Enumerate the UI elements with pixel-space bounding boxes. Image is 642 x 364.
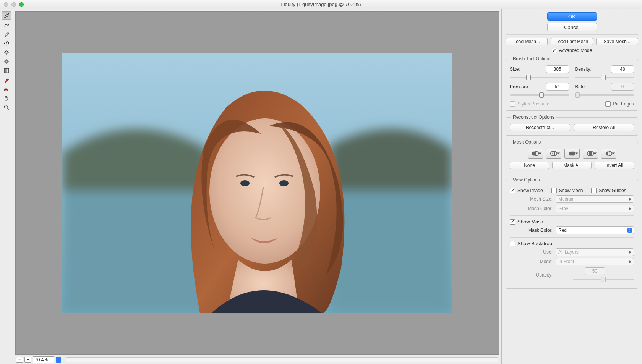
show-backdrop-checkbox[interactable] (510, 241, 515, 246)
show-image-checkbox[interactable] (510, 188, 515, 193)
svg-rect-3 (5, 88, 6, 90)
mask-replace-icon[interactable] (528, 149, 543, 159)
mask-color-label: Mask Color: (510, 228, 553, 233)
load-last-mesh-button[interactable]: Load Last Mesh (551, 38, 593, 45)
rate-slider (575, 92, 634, 98)
thaw-mask-tool[interactable] (2, 85, 11, 93)
mesh-size-select: Medium (556, 195, 634, 203)
window-title: Liquify (LiquifyImage.jpeg @ 70.4%) (0, 2, 642, 7)
mask-intersect-icon[interactable] (583, 149, 598, 159)
show-image-label: Show Image (517, 188, 543, 193)
size-label: Size: (510, 66, 520, 72)
svg-point-0 (5, 61, 7, 63)
divider (506, 34, 638, 35)
brush-tool-options-group: Brush Tool Options Size: Density: Pressu… (506, 56, 638, 111)
load-mesh-button[interactable]: Load Mesh... (506, 38, 548, 45)
rate-label: Rate: (575, 84, 586, 89)
show-mask-checkbox[interactable] (510, 219, 515, 225)
show-mask-label: Show Mask (517, 219, 543, 225)
options-panel: OK Cancel Load Mesh... Load Last Mesh Sa… (501, 9, 642, 364)
mask-subtract-icon[interactable] (564, 149, 580, 159)
zoom-window-icon[interactable] (19, 2, 24, 7)
show-mesh-label: Show Mesh (559, 188, 583, 193)
save-mesh-button[interactable]: Save Mesh... (596, 38, 638, 45)
mask-legend: Mask Options (511, 139, 542, 145)
minimize-window-icon[interactable] (11, 2, 16, 7)
stylus-pressure-checkbox (510, 101, 515, 107)
zoom-in-button[interactable]: + (24, 357, 31, 363)
bloat-tool[interactable] (2, 57, 11, 66)
close-window-icon[interactable] (4, 2, 8, 7)
show-guides-label: Show Guides (599, 188, 626, 193)
reconstruct-legend: Reconstruct Options (511, 115, 556, 120)
stylus-pressure-label: Stylus Pressure (517, 101, 550, 107)
svg-point-4 (4, 105, 7, 108)
mode-label: Mode: (510, 259, 553, 264)
show-mesh-checkbox[interactable] (551, 188, 557, 193)
pressure-slider[interactable] (510, 92, 569, 98)
window-titlebar: Liquify (LiquifyImage.jpeg @ 70.4%) (0, 0, 642, 9)
mask-invert-icon[interactable] (601, 149, 616, 159)
hand-tool[interactable] (2, 94, 11, 102)
zoom-stepper-icon[interactable] (56, 357, 61, 363)
zoom-tool[interactable] (2, 103, 11, 112)
density-input[interactable] (611, 65, 634, 73)
zoom-level-field[interactable]: 70.4% (33, 356, 54, 363)
twirl-tool[interactable] (2, 39, 11, 47)
forward-warp-tool[interactable] (2, 11, 11, 20)
canvas-area[interactable] (15, 11, 499, 355)
restore-all-button[interactable]: Restore All (574, 124, 634, 131)
reconstruct-options-group: Reconstruct Options Reconstruct... Resto… (506, 115, 638, 136)
invert-all-button[interactable]: Invert All (595, 162, 634, 169)
svg-point-8 (240, 180, 250, 186)
show-guides-checkbox[interactable] (591, 188, 597, 193)
mask-color-select[interactable]: Red (556, 226, 634, 234)
cancel-button[interactable]: Cancel (547, 23, 597, 31)
opacity-label: Opacity: (510, 272, 553, 278)
pressure-label: Pressure: (510, 84, 529, 89)
ok-button[interactable]: OK (547, 12, 597, 21)
horizontal-scrollbar[interactable] (66, 357, 498, 362)
window-controls (4, 2, 24, 7)
density-slider[interactable] (575, 74, 634, 81)
smooth-tool[interactable] (2, 30, 11, 38)
mask-all-button[interactable]: Mask All (552, 162, 592, 169)
size-slider[interactable] (510, 74, 569, 81)
show-backdrop-label: Show Backdrop (517, 241, 552, 246)
rate-input (611, 83, 634, 91)
pin-edges-checkbox[interactable] (605, 101, 611, 107)
svg-point-15 (571, 152, 575, 156)
mode-select: In Front (556, 258, 634, 265)
zoom-out-button[interactable]: − (16, 357, 23, 363)
mask-add-icon[interactable] (546, 149, 561, 159)
divider (510, 215, 634, 216)
pin-edges-label: Pin Edges (613, 101, 634, 107)
svg-point-9 (279, 180, 289, 186)
pucker-tool[interactable] (2, 48, 11, 57)
pressure-input[interactable] (546, 83, 569, 91)
freeze-mask-tool[interactable] (2, 76, 11, 84)
reconstruct-button[interactable]: Reconstruct... (510, 124, 570, 131)
document-image (62, 53, 452, 313)
size-input[interactable] (546, 65, 569, 73)
mesh-color-label: Mesh Color: (510, 206, 553, 211)
mask-options-group: Mask Options None Mask All Invert All (506, 139, 638, 173)
reconstruct-tool[interactable] (2, 21, 11, 29)
view-options-group: View Options Show Image Show Mesh Show G… (506, 177, 638, 289)
advanced-mode-checkbox[interactable] (552, 48, 557, 53)
use-select: All Layers (556, 248, 634, 256)
brush-legend: Brush Tool Options (511, 56, 553, 61)
view-legend: View Options (511, 177, 541, 183)
opacity-input (585, 267, 605, 275)
use-label: Use: (510, 249, 553, 255)
mask-none-button[interactable]: None (510, 162, 549, 169)
canvas-status-bar: − + 70.4% (13, 355, 501, 364)
opacity-slider (573, 277, 634, 283)
advanced-mode-label: Advanced Mode (559, 48, 592, 53)
canvas-column: − + 70.4% (13, 9, 501, 364)
push-left-tool[interactable] (2, 66, 11, 75)
tool-strip (0, 9, 13, 364)
mesh-color-select: Gray (556, 205, 634, 212)
mesh-size-label: Mesh Size: (510, 196, 553, 202)
divider (510, 237, 634, 238)
